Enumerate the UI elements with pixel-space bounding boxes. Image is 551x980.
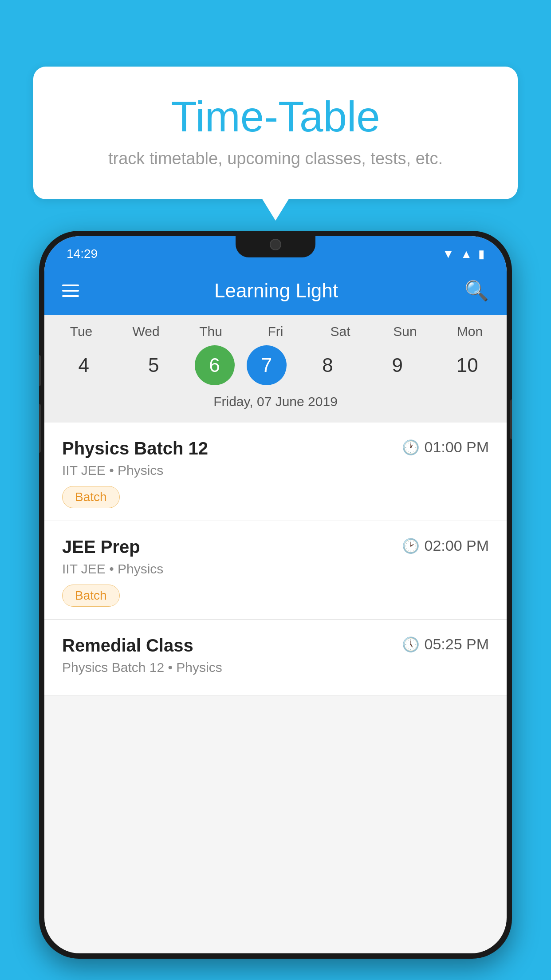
schedule-item-2[interactable]: JEE Prep 🕑 02:00 PM IIT JEE • Physics Ba… [44,521,507,620]
schedule-title-3: Remedial Class [62,636,193,656]
day-name-tue: Tue [52,324,110,339]
schedule-list: Physics Batch 12 🕐 01:00 PM IIT JEE • Ph… [44,423,507,696]
day-numbers-row: 4 5 6 7 8 9 10 [44,345,507,385]
day-name-mon: Mon [441,324,499,339]
day-8[interactable]: 8 [299,345,356,385]
volume-up-button [39,355,41,386]
day-names-row: Tue Wed Thu Fri Sat Sun Mon [44,324,507,339]
day-name-thu: Thu [182,324,240,339]
schedule-subtitle-2: IIT JEE • Physics [62,561,489,577]
schedule-time-2: 🕑 02:00 PM [402,537,489,554]
front-camera [270,239,281,250]
schedule-time-3: 🕔 05:25 PM [402,636,489,653]
volume-down-button [39,404,41,453]
bubble-title: Time-Table [69,93,482,140]
day-name-sat: Sat [311,324,369,339]
batch-tag-2: Batch [62,585,120,607]
schedule-item-3[interactable]: Remedial Class 🕔 05:25 PM Physics Batch … [44,620,507,696]
day-5[interactable]: 5 [125,345,182,385]
time-value-1: 01:00 PM [424,439,489,456]
schedule-subtitle-1: IIT JEE • Physics [62,463,489,478]
app-title: Learning Light [101,280,451,302]
schedule-item-header-3: Remedial Class 🕔 05:25 PM [62,636,489,656]
day-name-wed: Wed [117,324,175,339]
calendar-strip: Tue Wed Thu Fri Sat Sun Mon 4 5 6 7 8 9 … [44,315,507,423]
schedule-title-1: Physics Batch 12 [62,439,208,458]
schedule-time-1: 🕐 01:00 PM [402,439,489,456]
day-10[interactable]: 10 [438,345,496,385]
bubble-subtitle: track timetable, upcoming classes, tests… [69,149,482,168]
schedule-title-2: JEE Prep [62,537,140,557]
phone-screen: 14:29 ▼ ▲ ▮ Learning Light 🔍 [44,236,507,953]
day-name-fri: Fri [247,324,304,339]
schedule-item-header-2: JEE Prep 🕑 02:00 PM [62,537,489,557]
status-time: 14:29 [67,247,98,261]
day-7-selected[interactable]: 7 [247,345,287,385]
clock-icon-2: 🕑 [402,537,420,554]
time-value-2: 02:00 PM [424,537,489,554]
search-icon[interactable]: 🔍 [464,279,489,302]
day-9[interactable]: 9 [369,345,426,385]
day-4[interactable]: 4 [55,345,113,385]
phone-frame: 14:29 ▼ ▲ ▮ Learning Light 🔍 [39,231,512,959]
batch-tag-1: Batch [62,486,120,508]
schedule-subtitle-3: Physics Batch 12 • Physics [62,660,489,675]
time-value-3: 05:25 PM [424,636,489,653]
selected-date-label: Friday, 07 June 2019 [44,394,507,415]
battery-icon: ▮ [478,247,484,261]
hamburger-menu-button[interactable] [62,285,79,297]
wifi-icon: ▼ [442,247,455,261]
day-6-today[interactable]: 6 [195,345,235,385]
app-bar: Learning Light 🔍 [44,266,507,315]
status-icons: ▼ ▲ ▮ [442,247,484,261]
signal-icon: ▲ [460,247,472,261]
clock-icon-1: 🕐 [402,439,420,456]
phone-mockup: 14:29 ▼ ▲ ▮ Learning Light 🔍 [39,231,512,980]
info-bubble: Time-Table track timetable, upcoming cla… [33,67,518,199]
power-button [510,399,512,439]
clock-icon-3: 🕔 [402,636,420,653]
schedule-item-1[interactable]: Physics Batch 12 🕐 01:00 PM IIT JEE • Ph… [44,423,507,521]
day-name-sun: Sun [376,324,434,339]
phone-notch [236,231,315,257]
schedule-item-header-1: Physics Batch 12 🕐 01:00 PM [62,439,489,458]
